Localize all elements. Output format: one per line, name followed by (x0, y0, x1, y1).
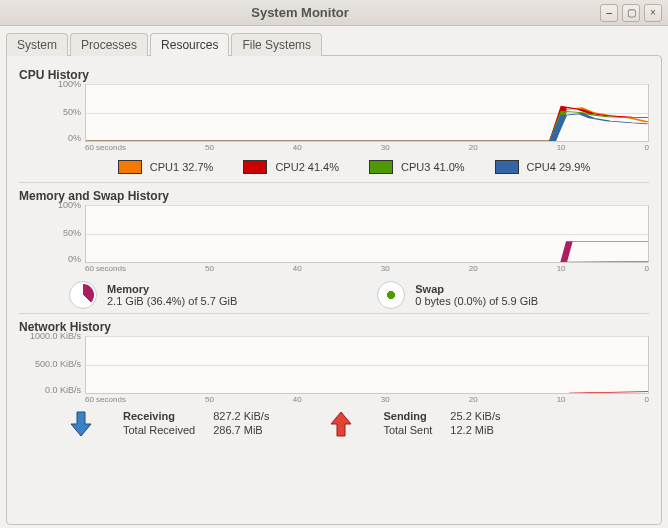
total-sent-value: 12.2 MiB (450, 424, 500, 436)
sending-label: Sending (383, 410, 432, 422)
memory-pie-icon (69, 281, 97, 309)
swap-pie-icon (377, 281, 405, 309)
receiving-rate: 827.2 KiB/s (213, 410, 269, 422)
close-icon: × (650, 7, 656, 18)
upload-arrow-icon (329, 410, 353, 438)
cpu-chart: 100% 50% 0% 60 seconds 50 40 30 20 10 0 (19, 84, 649, 152)
cpu-legend: CPU1 32.7% CPU2 41.4% CPU3 41.0% CPU4 29… (59, 160, 649, 174)
cpu4-swatch (495, 160, 519, 174)
memory-x-axis: 60 seconds 50 40 30 20 10 0 (85, 263, 649, 273)
total-sent-label: Total Sent (383, 424, 432, 436)
cpu-history-title: CPU History (19, 68, 649, 82)
memory-item[interactable]: Memory 2.1 GiB (36.4%) of 5.7 GiB (69, 281, 237, 309)
swap-value: 0 bytes (0.0%) of 5.9 GiB (415, 295, 538, 307)
titlebar: System Monitor ‒ ▢ × (0, 0, 668, 26)
memory-history-title: Memory and Swap History (19, 189, 649, 203)
resources-panel: CPU History 100% 50% 0% 60 seconds 50 40… (6, 55, 662, 525)
cpu1-swatch (118, 160, 142, 174)
total-received-value: 286.7 MiB (213, 424, 269, 436)
memory-lines (86, 205, 648, 262)
network-summary: Receiving 827.2 KiB/s Total Received 286… (69, 410, 649, 438)
memory-label: Memory (107, 283, 237, 295)
maximize-icon: ▢ (627, 7, 636, 18)
minimize-button[interactable]: ‒ (600, 4, 618, 22)
network-history-title: Network History (19, 320, 649, 334)
network-chart-area (85, 336, 649, 394)
sending-stats: Sending 25.2 KiB/s Total Sent 12.2 MiB (383, 410, 500, 436)
sending-rate: 25.2 KiB/s (450, 410, 500, 422)
memory-chart-area (85, 205, 649, 263)
cpu4-legend[interactable]: CPU4 29.9% (495, 160, 591, 174)
tab-processes[interactable]: Processes (70, 33, 148, 56)
cpu2-legend[interactable]: CPU2 41.4% (243, 160, 339, 174)
memory-chart: 100% 50% 0% 60 seconds 50 40 30 20 10 0 (19, 205, 649, 273)
receiving-label: Receiving (123, 410, 195, 422)
memory-summary: Memory 2.1 GiB (36.4%) of 5.7 GiB Swap 0… (69, 281, 649, 309)
total-received-label: Total Received (123, 424, 195, 436)
download-arrow-icon (69, 410, 93, 438)
cpu3-legend[interactable]: CPU3 41.0% (369, 160, 465, 174)
network-x-axis: 60 seconds 50 40 30 20 10 0 (85, 394, 649, 404)
cpu3-swatch (369, 160, 393, 174)
window-controls: ‒ ▢ × (600, 4, 662, 22)
tab-filesystems[interactable]: File Systems (231, 33, 322, 56)
divider-2 (19, 313, 649, 314)
maximize-button[interactable]: ▢ (622, 4, 640, 22)
swap-label: Swap (415, 283, 538, 295)
network-chart: 1000.0 KiB/s 500.0 KiB/s 0.0 KiB/s 60 se… (19, 336, 649, 404)
swap-item[interactable]: Swap 0 bytes (0.0%) of 5.9 GiB (377, 281, 538, 309)
receiving-stats: Receiving 827.2 KiB/s Total Received 286… (123, 410, 269, 436)
divider-1 (19, 182, 649, 183)
cpu-lines (86, 84, 648, 141)
cpu-chart-area (85, 84, 649, 142)
cpu2-swatch (243, 160, 267, 174)
cpu-x-axis: 60 seconds 50 40 30 20 10 0 (85, 142, 649, 152)
tab-resources[interactable]: Resources (150, 33, 229, 56)
window-title: System Monitor (0, 5, 600, 20)
memory-value: 2.1 GiB (36.4%) of 5.7 GiB (107, 295, 237, 307)
minimize-icon: ‒ (606, 7, 612, 18)
tab-bar: System Processes Resources File Systems (0, 26, 668, 55)
close-button[interactable]: × (644, 4, 662, 22)
cpu1-legend[interactable]: CPU1 32.7% (118, 160, 214, 174)
network-lines (86, 336, 648, 393)
tab-system[interactable]: System (6, 33, 68, 56)
